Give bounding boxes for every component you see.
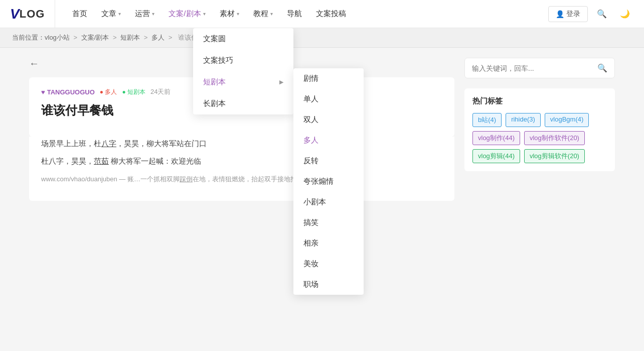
sub-item-mini[interactable]: 小剧本 — [293, 192, 364, 211]
header: V LOG 首页 文章 ▾ 运营 ▾ 文案/剧本 ▾ 素材 ▾ 教程 ▾ 导航 — [0, 0, 644, 28]
back-arrow-icon: ← — [29, 58, 39, 69]
article-para-1: 场景早上上班，杜八字，昊昊，柳大将军站在门口 — [41, 137, 442, 151]
search-icon: 🔍 — [597, 9, 607, 19]
nav-tutorial[interactable]: 教程 ▾ — [246, 0, 280, 28]
dropdown-item-copy-circle[interactable]: 文案圆 — [193, 28, 293, 50]
logo-v: V — [10, 6, 20, 22]
nav-operations[interactable]: 运营 ▾ — [128, 0, 162, 28]
article-para-2: 杜八字，昊昊，范茹 柳大将军一起喊：欢迎光临 — [41, 154, 442, 169]
article-para-continued: www.com/vhao/duanjuben — 账…一个抓相双脚踩倒在地，表情… — [41, 173, 442, 186]
header-right: 👤 登录 🔍 🌙 — [548, 5, 634, 23]
logo-log: LOG — [20, 8, 45, 21]
search-input[interactable] — [472, 64, 597, 72]
tag-multi[interactable]: ● 多人 — [100, 88, 117, 96]
sub-item-twist[interactable]: 反转 — [293, 151, 364, 171]
theme-toggle-button[interactable]: 🌙 — [616, 5, 634, 23]
back-button[interactable]: ← — [29, 58, 39, 69]
nav-nav[interactable]: 导航 — [280, 0, 309, 28]
dropdown-item-copy-skills[interactable]: 文案技巧 — [193, 50, 293, 71]
article-time: 24天前 — [150, 87, 171, 96]
sub-item-single[interactable]: 单人 — [293, 89, 364, 109]
theme-icon: 🌙 — [620, 9, 630, 19]
sub-item-multi[interactable]: 多人 — [293, 130, 364, 151]
nav-article[interactable]: 文章 ▾ — [94, 0, 128, 28]
name-bazhi: 八字 — [101, 139, 116, 148]
hot-tags-card: 热门标签 b站(4) rihide(3) vlogBgm(4) vlog制作(4… — [464, 88, 615, 171]
tags-grid: b站(4) rihide(3) vlogBgm(4) vlog制作(44) vl… — [472, 113, 607, 163]
dropdown-sub-menu: 剧情 单人 双人 多人 反转 夸张煽情 小剧本 搞笑 相亲 美妆 职场 — [293, 68, 364, 211]
dropdown-item-long-script[interactable]: 长剧本 — [193, 93, 293, 114]
breadcrumb-sep4: > — [169, 34, 174, 41]
name-fangru: 范茹 — [94, 157, 109, 165]
article-body: 场景早上上班，杜八字，昊昊，柳大将军站在门口 杜八字，昊昊，范茹 柳大将军一起喊… — [29, 137, 454, 201]
nav-material[interactable]: 素材 ▾ — [213, 0, 246, 28]
dropdown-copy-menu: 文案圆 文案技巧 短剧本 ▶ 长剧本 — [193, 28, 293, 114]
article-author: ♥ TANGGUOGUO — [41, 88, 95, 96]
sub-item-double[interactable]: 双人 — [293, 109, 364, 130]
logo[interactable]: V LOG — [10, 0, 55, 28]
breadcrumb-sep: > — [73, 34, 79, 41]
chevron-down-icon: ▾ — [203, 11, 206, 17]
sub-item-plot[interactable]: 剧情 — [293, 68, 364, 89]
main-nav: 首页 文章 ▾ 运营 ▾ 文案/剧本 ▾ 素材 ▾ 教程 ▾ 导航 文案投稿 — [65, 0, 548, 28]
tag-vlogmake[interactable]: vlog制作(44) — [472, 131, 520, 145]
nav-copy[interactable]: 文案/剧本 ▾ — [162, 0, 212, 28]
chevron-down-icon: ▾ — [237, 11, 239, 17]
tag-bzhan[interactable]: b站(4) — [472, 113, 502, 127]
login-button[interactable]: 👤 登录 — [548, 6, 588, 22]
search-icon[interactable]: 🔍 — [597, 63, 607, 73]
breadcrumb-multi[interactable]: 多人 — [151, 34, 165, 41]
nav-home[interactable]: 首页 — [65, 0, 94, 28]
chevron-down-icon: ▾ — [270, 11, 273, 17]
header-search-button[interactable]: 🔍 — [593, 5, 611, 23]
breadcrumb-short-script[interactable]: 短剧本 — [120, 34, 140, 41]
breadcrumb-copy[interactable]: 文案/剧本 — [81, 34, 109, 41]
sub-item-exaggerated[interactable]: 夸张煽情 — [293, 171, 364, 192]
sidebar: 🔍 热门标签 b站(4) rihide(3) vlogBgm(4) vlog制作… — [464, 58, 615, 201]
user-icon: 👤 — [556, 10, 564, 18]
chevron-down-icon: ▾ — [152, 11, 154, 17]
breadcrumb-home[interactable]: 当前位置：vlog小站 — [12, 34, 70, 41]
nav-submit[interactable]: 文案投稿 — [309, 0, 353, 28]
tag-rihide[interactable]: rihide(3) — [506, 113, 541, 127]
dropdown-item-short-script[interactable]: 短剧本 ▶ — [193, 71, 293, 93]
chevron-down-icon: ▾ — [118, 11, 121, 17]
tag-vlogmake-soft[interactable]: vlog制作软件(20) — [524, 131, 585, 145]
chevron-right-icon: ▶ — [279, 79, 283, 85]
breadcrumb-sep2: > — [113, 34, 118, 41]
tag-vlogedit-soft[interactable]: vlog剪辑软件(20) — [524, 149, 585, 163]
heart-icon: ♥ — [41, 88, 45, 96]
search-box: 🔍 — [464, 58, 615, 78]
tag-short-script[interactable]: ● 短剧本 — [122, 88, 145, 96]
tag-vlogbgm[interactable]: vlogBgm(4) — [545, 113, 589, 127]
breadcrumb: 当前位置：vlog小站 > 文案/剧本 > 短剧本 > 多人 > 谁该付早餐钱 — [0, 28, 644, 48]
breadcrumb-sep3: > — [144, 34, 149, 41]
tag-vlogedit[interactable]: vlog剪辑(44) — [472, 149, 520, 163]
hot-tags-title: 热门标签 — [472, 96, 607, 106]
